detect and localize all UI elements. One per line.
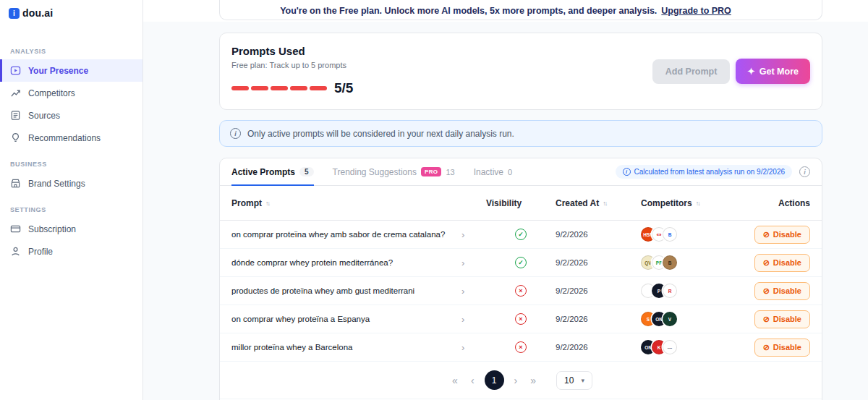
table-row: on comprar proteïna whey amb sabor de cr… — [220, 221, 822, 249]
competitor-avatar: B — [663, 255, 677, 270]
pro-badge: PRO — [421, 167, 442, 176]
sidebar-item-label: Competitors — [28, 88, 75, 98]
disable-button[interactable]: ⊘Disable — [754, 254, 810, 272]
sidebar-item-recommendations[interactable]: Recommendations — [0, 127, 142, 149]
created-at-value: 9/2/2026 — [556, 315, 641, 323]
not-visible-cross-icon: × — [515, 313, 527, 325]
upgrade-to-pro-link[interactable]: Upgrade to PRO — [661, 6, 731, 16]
card-subtitle: Free plan: Track up to 5 prompts — [231, 61, 353, 69]
disable-button[interactable]: ⊘Disable — [754, 226, 810, 244]
disable-label: Disable — [773, 286, 801, 295]
header-actions-label: Actions — [778, 198, 810, 208]
disable-button[interactable]: ⊘Disable — [754, 282, 810, 300]
last-page-icon[interactable]: » — [527, 375, 539, 386]
brand-name: dou.ai — [22, 7, 53, 19]
sidebar-item-subscription[interactable]: Subscription — [0, 218, 142, 240]
get-more-button[interactable]: ✦ Get More — [736, 59, 810, 84]
not-visible-cross-icon: × — [515, 341, 527, 353]
table-row: millor proteïna whey a Barcelona›×9/2/20… — [220, 333, 822, 362]
prompts-used-card: Prompts Used Free plan: Track up to 5 pr… — [219, 33, 822, 110]
table-header-row: Prompt ↑↓ Visibility Created At ↑↓ Compe… — [220, 186, 822, 221]
competitors-icon — [10, 88, 21, 98]
tab-count-badge: 5 — [299, 167, 314, 176]
expand-row-icon[interactable]: › — [461, 314, 464, 325]
sidebar-item-sources[interactable]: Sources — [0, 104, 142, 127]
expand-row-icon[interactable]: › — [461, 258, 464, 268]
disable-icon: ⊘ — [763, 315, 770, 324]
notice-text: Only active prompts will be considered i… — [247, 129, 514, 139]
competitor-avatars: ONK--- — [641, 340, 749, 354]
brand-settings-icon — [10, 178, 21, 189]
tab-active-prompts[interactable]: Active Prompts5 — [231, 158, 314, 185]
presence-icon — [10, 65, 21, 76]
visible-check-icon: ✓ — [515, 257, 527, 268]
created-at-value: 9/2/2026 — [556, 286, 641, 295]
sidebar-item-brand-settings[interactable]: Brand Settings — [0, 172, 142, 195]
tab-label: Trending Suggestions — [333, 167, 417, 177]
usage-progress-row: 5/5 — [231, 80, 353, 96]
competitor-avatars: HSN«»B — [641, 227, 749, 242]
plan-banner: You're on the Free plan. Unlock more AI … — [143, 0, 868, 22]
sidebar-item-competitors[interactable]: Competitors — [0, 82, 142, 104]
header-actions: Actions — [749, 198, 810, 208]
header-prompt-label: Prompt — [231, 198, 262, 208]
first-page-icon[interactable]: « — [449, 375, 461, 386]
app: i dou.ai ANALYSISYour PresenceCompetitor… — [0, 0, 868, 400]
sort-icon[interactable]: ↑↓ — [603, 200, 606, 207]
competitor-avatars: SONV — [641, 312, 749, 326]
sidebar-item-profile[interactable]: Profile — [0, 240, 142, 263]
visible-check-icon: ✓ — [515, 229, 527, 240]
expand-row-icon[interactable]: › — [461, 286, 464, 297]
prompts-table-body: on comprar proteïna whey amb sabor de cr… — [220, 221, 822, 362]
created-at-value: 9/2/2026 — [556, 230, 641, 239]
active-prompts-notice: i Only active prompts will be considered… — [219, 120, 822, 147]
table-row: productes de proteïna whey amb gust medi… — [220, 277, 822, 305]
disable-button[interactable]: ⊘Disable — [754, 339, 810, 357]
created-at-value: 9/2/2026 — [556, 258, 641, 267]
add-prompt-button[interactable]: Add Prompt — [652, 59, 731, 84]
competitor-avatars: PR — [641, 284, 749, 298]
prompt-text: productes de proteïna whey amb gust medi… — [231, 286, 461, 295]
tab-inactive[interactable]: Inactive0 — [474, 158, 512, 185]
sidebar-item-your-presence[interactable]: Your Presence — [0, 59, 142, 82]
prompt-text: on comprar whey proteïna a Espanya — [231, 315, 461, 323]
current-page-button[interactable]: 1 — [485, 370, 504, 390]
next-page-icon[interactable]: › — [511, 375, 521, 386]
sparkle-icon: ✦ — [747, 66, 754, 77]
tab-count: 0 — [508, 168, 512, 176]
disable-label: Disable — [773, 343, 801, 352]
chevron-down-icon: ▾ — [581, 377, 584, 384]
header-competitors: Competitors ↑↓ — [641, 198, 749, 208]
tab-trending-suggestions[interactable]: Trending SuggestionsPRO13 — [333, 158, 455, 185]
expand-row-icon[interactable]: › — [461, 342, 464, 353]
brand-logo[interactable]: i dou.ai — [0, 4, 142, 36]
disable-icon: ⊘ — [763, 286, 770, 296]
prev-page-icon[interactable]: ‹ — [468, 375, 477, 386]
header-created-at-label: Created At — [556, 198, 599, 208]
disable-button[interactable]: ⊘Disable — [754, 310, 810, 328]
profile-icon — [10, 246, 21, 257]
header-visibility-label: Visibility — [486, 198, 522, 208]
sort-icon[interactable]: ↑↓ — [265, 200, 269, 207]
sidebar: i dou.ai ANALYSISYour PresenceCompetitor… — [0, 0, 143, 400]
disable-label: Disable — [773, 315, 801, 323]
tab-label: Inactive — [474, 167, 503, 177]
sidebar-item-label: Your Presence — [28, 66, 88, 76]
subscription-icon — [10, 224, 21, 234]
info-icon-button[interactable]: i — [799, 166, 810, 177]
prompt-text: dónde comprar whey protein mediterránea? — [231, 258, 461, 267]
table-row: on comprar whey proteïna a Espanya›×9/2/… — [220, 305, 822, 333]
page-size-select[interactable]: 10 ▾ — [556, 371, 592, 390]
competitor-avatar: V — [663, 312, 677, 326]
sidebar-item-label: Brand Settings — [28, 179, 85, 189]
usage-progress-bar — [231, 86, 327, 90]
info-icon: i — [623, 168, 631, 176]
tabs-right: i Calculated from latest analysis run on… — [616, 165, 810, 179]
sidebar-item-label: Subscription — [28, 224, 76, 234]
sidebar-item-label: Sources — [28, 111, 60, 121]
disable-icon: ⊘ — [763, 258, 770, 268]
expand-row-icon[interactable]: › — [461, 229, 464, 240]
sort-icon[interactable]: ↑↓ — [696, 200, 699, 207]
header-created-at: Created At ↑↓ — [556, 198, 641, 208]
prompt-text: millor proteïna whey a Barcelona — [231, 343, 461, 352]
